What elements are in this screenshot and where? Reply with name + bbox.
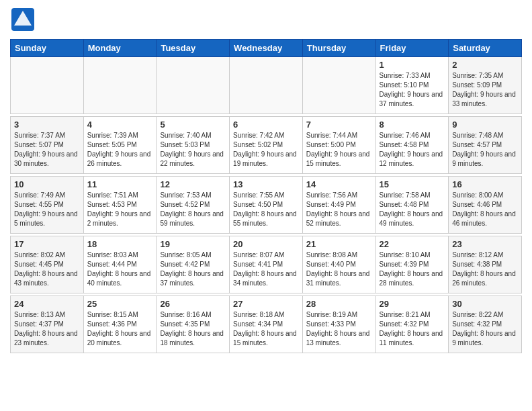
day-info: Sunrise: 7:48 AM Sunset: 4:57 PM Dayligh… bbox=[452, 131, 518, 169]
day-number: 12 bbox=[160, 179, 226, 189]
day-number: 2 bbox=[452, 60, 518, 70]
day-number: 25 bbox=[87, 299, 153, 309]
day-info: Sunrise: 8:02 AM Sunset: 4:45 PM Dayligh… bbox=[14, 250, 80, 288]
day-info: Sunrise: 7:42 AM Sunset: 5:02 PM Dayligh… bbox=[233, 131, 299, 169]
col-monday: Monday bbox=[83, 40, 157, 57]
calendar-cell: 29Sunrise: 8:21 AM Sunset: 4:32 PM Dayli… bbox=[375, 296, 449, 353]
calendar: Sunday Monday Tuesday Wednesday Thursday… bbox=[10, 39, 522, 353]
day-number: 22 bbox=[380, 239, 445, 249]
header bbox=[10, 7, 522, 35]
calendar-cell: 17Sunrise: 8:02 AM Sunset: 4:45 PM Dayli… bbox=[11, 236, 84, 293]
day-number: 17 bbox=[14, 239, 80, 249]
calendar-cell: 9Sunrise: 7:48 AM Sunset: 4:57 PM Daylig… bbox=[449, 117, 522, 174]
calendar-cell: 5Sunrise: 7:40 AM Sunset: 5:03 PM Daylig… bbox=[157, 117, 230, 174]
day-number: 23 bbox=[452, 239, 518, 249]
calendar-cell: 20Sunrise: 8:07 AM Sunset: 4:41 PM Dayli… bbox=[230, 236, 303, 293]
day-info: Sunrise: 8:21 AM Sunset: 4:32 PM Dayligh… bbox=[380, 310, 445, 348]
calendar-cell bbox=[83, 57, 157, 114]
calendar-cell: 28Sunrise: 8:19 AM Sunset: 4:33 PM Dayli… bbox=[302, 296, 375, 353]
col-saturday: Saturday bbox=[449, 40, 522, 57]
day-info: Sunrise: 7:53 AM Sunset: 4:52 PM Dayligh… bbox=[160, 191, 226, 228]
day-number: 1 bbox=[380, 60, 445, 70]
calendar-cell: 13Sunrise: 7:55 AM Sunset: 4:50 PM Dayli… bbox=[230, 177, 303, 234]
day-info: Sunrise: 7:39 AM Sunset: 5:05 PM Dayligh… bbox=[87, 131, 153, 169]
calendar-cell: 8Sunrise: 7:46 AM Sunset: 4:58 PM Daylig… bbox=[375, 117, 449, 174]
col-thursday: Thursday bbox=[302, 40, 375, 57]
page: Sunday Monday Tuesday Wednesday Thursday… bbox=[0, 0, 532, 360]
col-wednesday: Wednesday bbox=[230, 40, 303, 57]
day-info: Sunrise: 8:22 AM Sunset: 4:32 PM Dayligh… bbox=[452, 310, 518, 348]
calendar-cell: 26Sunrise: 8:16 AM Sunset: 4:35 PM Dayli… bbox=[157, 296, 230, 353]
day-info: Sunrise: 8:05 AM Sunset: 4:42 PM Dayligh… bbox=[160, 250, 226, 288]
calendar-cell: 14Sunrise: 7:56 AM Sunset: 4:49 PM Dayli… bbox=[302, 177, 375, 234]
day-number: 16 bbox=[452, 179, 518, 189]
day-info: Sunrise: 8:19 AM Sunset: 4:33 PM Dayligh… bbox=[306, 310, 372, 348]
calendar-week-row: 24Sunrise: 8:13 AM Sunset: 4:37 PM Dayli… bbox=[11, 296, 522, 353]
day-number: 18 bbox=[87, 239, 153, 249]
calendar-cell: 15Sunrise: 7:58 AM Sunset: 4:48 PM Dayli… bbox=[375, 177, 449, 234]
calendar-cell: 1Sunrise: 7:33 AM Sunset: 5:10 PM Daylig… bbox=[375, 57, 449, 114]
day-info: Sunrise: 7:55 AM Sunset: 4:50 PM Dayligh… bbox=[233, 191, 299, 228]
logo bbox=[10, 7, 38, 35]
day-info: Sunrise: 7:35 AM Sunset: 5:09 PM Dayligh… bbox=[452, 71, 518, 109]
calendar-cell: 11Sunrise: 7:51 AM Sunset: 4:53 PM Dayli… bbox=[83, 177, 157, 234]
calendar-week-row: 1Sunrise: 7:33 AM Sunset: 5:10 PM Daylig… bbox=[11, 57, 522, 114]
day-number: 8 bbox=[380, 120, 445, 130]
day-number: 14 bbox=[306, 179, 372, 189]
day-number: 6 bbox=[233, 120, 299, 130]
calendar-cell: 18Sunrise: 8:03 AM Sunset: 4:44 PM Dayli… bbox=[83, 236, 157, 293]
day-number: 15 bbox=[380, 179, 445, 189]
col-friday: Friday bbox=[375, 40, 449, 57]
day-number: 19 bbox=[160, 239, 226, 249]
day-number: 24 bbox=[14, 299, 80, 309]
day-number: 13 bbox=[233, 179, 299, 189]
calendar-cell bbox=[302, 57, 375, 114]
calendar-cell: 3Sunrise: 7:37 AM Sunset: 5:07 PM Daylig… bbox=[11, 117, 84, 174]
calendar-cell: 16Sunrise: 8:00 AM Sunset: 4:46 PM Dayli… bbox=[449, 177, 522, 234]
day-info: Sunrise: 7:40 AM Sunset: 5:03 PM Dayligh… bbox=[160, 131, 226, 169]
day-info: Sunrise: 8:16 AM Sunset: 4:35 PM Dayligh… bbox=[160, 310, 226, 348]
calendar-cell: 23Sunrise: 8:12 AM Sunset: 4:38 PM Dayli… bbox=[449, 236, 522, 293]
day-info: Sunrise: 8:10 AM Sunset: 4:39 PM Dayligh… bbox=[380, 250, 445, 288]
calendar-cell bbox=[157, 57, 230, 114]
calendar-cell: 19Sunrise: 8:05 AM Sunset: 4:42 PM Dayli… bbox=[157, 236, 230, 293]
calendar-cell: 21Sunrise: 8:08 AM Sunset: 4:40 PM Dayli… bbox=[302, 236, 375, 293]
day-info: Sunrise: 7:51 AM Sunset: 4:53 PM Dayligh… bbox=[87, 191, 153, 228]
day-number: 9 bbox=[452, 120, 518, 130]
day-info: Sunrise: 7:46 AM Sunset: 4:58 PM Dayligh… bbox=[380, 131, 445, 169]
day-number: 3 bbox=[14, 120, 80, 130]
day-number: 20 bbox=[233, 239, 299, 249]
day-info: Sunrise: 8:08 AM Sunset: 4:40 PM Dayligh… bbox=[306, 250, 372, 288]
day-info: Sunrise: 8:13 AM Sunset: 4:37 PM Dayligh… bbox=[14, 310, 80, 348]
calendar-week-row: 17Sunrise: 8:02 AM Sunset: 4:45 PM Dayli… bbox=[11, 236, 522, 293]
day-info: Sunrise: 8:00 AM Sunset: 4:46 PM Dayligh… bbox=[452, 191, 518, 228]
day-number: 29 bbox=[380, 299, 445, 309]
calendar-cell: 4Sunrise: 7:39 AM Sunset: 5:05 PM Daylig… bbox=[83, 117, 157, 174]
day-info: Sunrise: 7:37 AM Sunset: 5:07 PM Dayligh… bbox=[14, 131, 80, 169]
calendar-cell: 27Sunrise: 8:18 AM Sunset: 4:34 PM Dayli… bbox=[230, 296, 303, 353]
day-number: 10 bbox=[14, 179, 80, 189]
day-number: 11 bbox=[87, 179, 153, 189]
calendar-cell: 25Sunrise: 8:15 AM Sunset: 4:36 PM Dayli… bbox=[83, 296, 157, 353]
day-info: Sunrise: 8:18 AM Sunset: 4:34 PM Dayligh… bbox=[233, 310, 299, 348]
calendar-cell: 2Sunrise: 7:35 AM Sunset: 5:09 PM Daylig… bbox=[449, 57, 522, 114]
calendar-cell: 12Sunrise: 7:53 AM Sunset: 4:52 PM Dayli… bbox=[157, 177, 230, 234]
day-info: Sunrise: 8:03 AM Sunset: 4:44 PM Dayligh… bbox=[87, 250, 153, 288]
day-info: Sunrise: 7:58 AM Sunset: 4:48 PM Dayligh… bbox=[380, 191, 445, 228]
col-sunday: Sunday bbox=[11, 40, 84, 57]
day-info: Sunrise: 8:12 AM Sunset: 4:38 PM Dayligh… bbox=[452, 250, 518, 288]
day-number: 30 bbox=[452, 299, 518, 309]
day-number: 5 bbox=[160, 120, 226, 130]
calendar-cell: 7Sunrise: 7:44 AM Sunset: 5:00 PM Daylig… bbox=[302, 117, 375, 174]
day-number: 7 bbox=[306, 120, 372, 130]
calendar-cell: 22Sunrise: 8:10 AM Sunset: 4:39 PM Dayli… bbox=[375, 236, 449, 293]
day-info: Sunrise: 7:44 AM Sunset: 5:00 PM Dayligh… bbox=[306, 131, 372, 169]
calendar-cell: 30Sunrise: 8:22 AM Sunset: 4:32 PM Dayli… bbox=[449, 296, 522, 353]
calendar-cell bbox=[11, 57, 84, 114]
calendar-week-row: 10Sunrise: 7:49 AM Sunset: 4:55 PM Dayli… bbox=[11, 177, 522, 234]
col-tuesday: Tuesday bbox=[157, 40, 230, 57]
day-number: 4 bbox=[87, 120, 153, 130]
day-info: Sunrise: 8:07 AM Sunset: 4:41 PM Dayligh… bbox=[233, 250, 299, 288]
day-number: 27 bbox=[233, 299, 299, 309]
calendar-cell: 10Sunrise: 7:49 AM Sunset: 4:55 PM Dayli… bbox=[11, 177, 84, 234]
